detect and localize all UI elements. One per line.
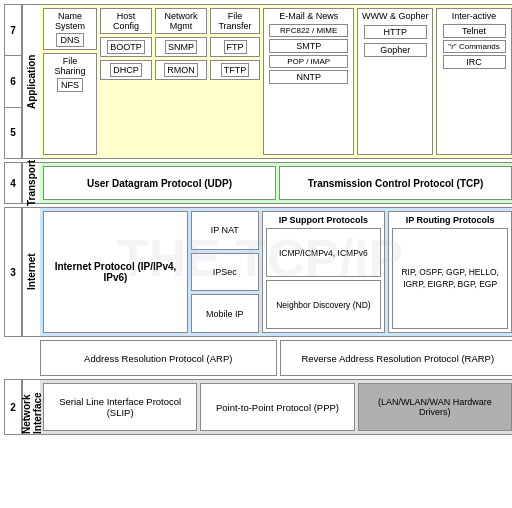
cell-routing-protos: RIP, OSPF, GGP, HELLO, IGRP, EIGRP, BGP,… xyxy=(392,228,508,329)
cell-ipsec: IPSec xyxy=(191,253,259,292)
internet-content: Internet Protocol (IP/IPv4, IPv6) IP NAT… xyxy=(40,207,512,337)
cell-www-gopher: WWW & Gopher HTTP Gopher xyxy=(357,8,433,155)
tcpip-diagram: 7 6 5 Application Name System DNS File S… xyxy=(0,0,512,508)
netif-content: Serial Line Interface Protocol (SLIP) Po… xyxy=(40,379,512,435)
layer-num-6: 6 xyxy=(5,56,21,107)
cell-title: WWW & Gopher xyxy=(362,11,429,21)
cell-tftp: TFTP xyxy=(210,60,260,80)
app-col3: Network Mgmt SNMP RMON xyxy=(155,8,207,155)
cell-proto-rmon: RMON xyxy=(164,63,198,77)
cell-proto-bootp: BOOTP xyxy=(107,40,145,54)
cell-proto-snmp: SNMP xyxy=(165,40,197,54)
layer-num-2: 2 xyxy=(4,379,22,435)
cell-host-config: Host Config xyxy=(100,8,152,34)
cell-name-system: Name System DNS xyxy=(43,8,97,50)
transport-content: User Datagram Protocol (UDP) Transmissio… xyxy=(40,162,512,204)
cell-title: Network Mgmt xyxy=(158,11,204,31)
cell-rfc822: RFC822 / MIME xyxy=(269,24,348,37)
cell-net-mgmt: Network Mgmt xyxy=(155,8,207,34)
transport-layer: 4 Transport User Datagram Protocol (UDP)… xyxy=(4,162,512,204)
cell-file-sharing: File Sharing NFS xyxy=(43,53,97,155)
cell-interactive: Inter-active Telnet "r" Commands IRC xyxy=(436,8,512,155)
cell-proto-dhcp: DHCP xyxy=(110,63,142,77)
cell-mobile-ip: Mobile IP xyxy=(191,294,259,333)
cell-nd: Neighbor Discovery (ND) xyxy=(266,280,382,329)
layer-num-4: 4 xyxy=(4,162,22,204)
cell-r-commands: "r" Commands xyxy=(443,40,506,53)
app-col1: Name System DNS File Sharing NFS xyxy=(43,8,97,155)
cell-title: E-Mail & News xyxy=(279,11,338,21)
cell-rarp: Reverse Address Resolution Protocol (RAR… xyxy=(280,340,513,376)
cell-irc: IRC xyxy=(443,55,506,69)
cell-dns: DNS xyxy=(56,33,83,47)
cell-tcp: Transmission Control Protocol (TCP) xyxy=(279,166,512,200)
cell-pop-imap: POP / IMAP xyxy=(269,55,348,68)
cell-bootp: BOOTP xyxy=(100,37,152,57)
cell-snmp: SNMP xyxy=(155,37,207,57)
cell-smtp: SMTP xyxy=(269,39,348,53)
cell-http: HTTP xyxy=(364,25,427,39)
layer-num-7: 7 xyxy=(5,5,21,56)
transport-label: Transport xyxy=(22,162,40,204)
cell-title: Inter-active xyxy=(452,11,497,21)
cell-nfs: NFS xyxy=(57,78,83,92)
network-interface-layer: 2 Network Interface Serial Line Interfac… xyxy=(4,379,512,435)
ip-extras-col: IP NAT IPSec Mobile IP xyxy=(191,211,259,333)
cell-rmon: RMON xyxy=(155,60,207,80)
application-label: Application xyxy=(22,4,40,159)
cell-title: File Transfer xyxy=(213,11,257,31)
arp-row: Address Resolution Protocol (ARP) Revers… xyxy=(40,340,512,376)
network-interface-label: Network Interface xyxy=(22,379,40,435)
cell-telnet: Telnet xyxy=(443,24,506,38)
cell-ip-routing: IP Routing Protocols RIP, OSPF, GGP, HEL… xyxy=(388,211,512,333)
cell-slip: Serial Line Interface Protocol (SLIP) xyxy=(43,383,197,431)
layer-num-5: 5 xyxy=(5,108,21,158)
application-block: 7 6 5 Application Name System DNS File S… xyxy=(4,4,512,159)
cell-proto-tftp: TFTP xyxy=(221,63,250,77)
cell-ip: Internet Protocol (IP/IPv4, IPv6) xyxy=(43,211,188,333)
cell-title: File Sharing xyxy=(46,56,94,76)
cell-dhcp: DHCP xyxy=(100,60,152,80)
cell-lan-drivers: (LAN/WLAN/WAN Hardware Drivers) xyxy=(358,383,512,431)
cell-ppp: Point-to-Point Protocol (PPP) xyxy=(200,383,354,431)
cell-nntp: NNTP xyxy=(269,70,348,84)
layer-numbers-app: 7 6 5 xyxy=(4,4,22,159)
internet-label: Internet xyxy=(22,207,40,337)
cell-icmp: ICMP/ICMPv4, ICMPv6 xyxy=(266,228,382,277)
cell-ip-nat: IP NAT xyxy=(191,211,259,250)
app-content: Name System DNS File Sharing NFS Host Co… xyxy=(40,4,512,159)
app-col2: Host Config BOOTP DHCP xyxy=(100,8,152,155)
cell-ip-support: IP Support Protocols ICMP/ICMPv4, ICMPv6… xyxy=(262,211,386,333)
cell-title: Name System xyxy=(46,11,94,31)
ip-routing-title: IP Routing Protocols xyxy=(392,215,508,225)
cell-udp: User Datagram Protocol (UDP) xyxy=(43,166,276,200)
app-col4: File Transfer FTP TFTP xyxy=(210,8,260,155)
cell-gopher: Gopher xyxy=(364,43,427,57)
ip-support-title: IP Support Protocols xyxy=(266,215,382,225)
cell-arp: Address Resolution Protocol (ARP) xyxy=(40,340,277,376)
layer-num-3: 3 xyxy=(4,207,22,337)
cell-proto-ftp: FTP xyxy=(224,40,247,54)
cell-file-transfer: File Transfer xyxy=(210,8,260,34)
cell-email-news: E-Mail & News RFC822 / MIME SMTP POP / I… xyxy=(263,8,354,155)
cell-title: Host Config xyxy=(103,11,149,31)
cell-ftp: FTP xyxy=(210,37,260,57)
internet-layer: 3 Internet Internet Protocol (IP/IPv4, I… xyxy=(4,207,512,337)
